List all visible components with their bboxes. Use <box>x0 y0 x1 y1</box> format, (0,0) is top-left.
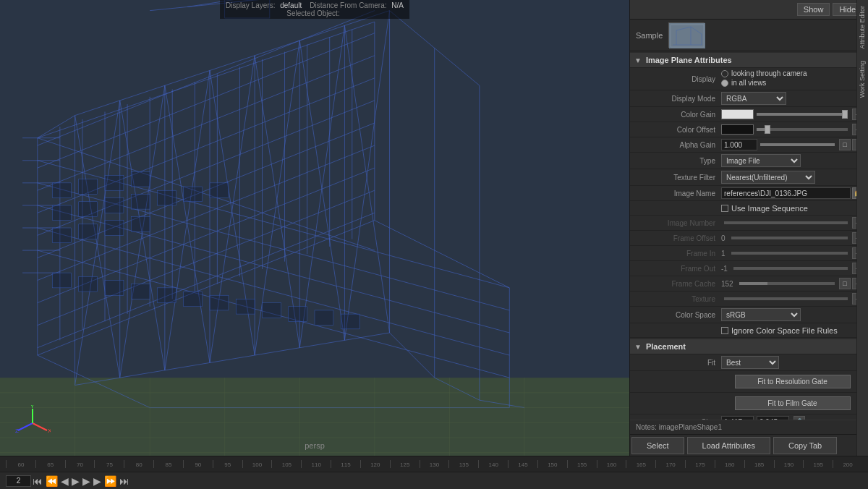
display-attr-row: Display looking through camera in all vi… <box>630 68 868 90</box>
svg-rect-91 <box>105 221 124 236</box>
use-image-seq-checkbox[interactable] <box>721 205 728 212</box>
mark-135: 135 <box>448 460 478 468</box>
image-number-slider[interactable] <box>724 221 848 224</box>
texture-filter-select[interactable]: Nearest(Unfiltered) <box>721 171 815 184</box>
sample-label: Sample <box>636 31 663 40</box>
frame-in-row: Frame In 1 ◁ <box>630 246 868 261</box>
next-frame-button[interactable]: ▶ <box>92 475 103 487</box>
frame-input[interactable] <box>6 475 31 487</box>
fit-select[interactable]: Best <box>721 356 779 369</box>
frame-cache-btn1[interactable]: □ <box>839 278 851 289</box>
image-name-input[interactable] <box>721 187 851 199</box>
frame-in-slider[interactable] <box>731 252 848 255</box>
to-start-button[interactable]: ⏮ <box>31 475 44 487</box>
image-plane-section-header[interactable]: ▼ Image Plane Attributes <box>630 53 868 68</box>
fit-resolution-row: Fit to Resolution Gate <box>630 371 868 393</box>
play-back-button[interactable]: ▶ <box>70 475 81 487</box>
mark-200: 200 <box>833 460 862 468</box>
notes-val: imagePlaneShape1 <box>659 423 722 431</box>
frame-out-slider[interactable] <box>733 267 848 270</box>
frame-in-label: Frame In <box>634 250 721 258</box>
fit-film-row: Fit to Film Gate <box>630 393 868 414</box>
color-offset-slider[interactable] <box>757 128 848 131</box>
image-name-label: Image Name <box>634 190 721 197</box>
texture-slider[interactable] <box>724 297 848 300</box>
next-key-button[interactable]: ⏩ <box>103 475 118 487</box>
use-image-seq-label: Use Image Sequence <box>731 204 808 213</box>
svg-rect-111 <box>236 299 255 314</box>
alpha-gain-btn1[interactable]: □ <box>839 139 851 150</box>
fit-resolution-button[interactable]: Fit to Resolution Gate <box>735 375 851 388</box>
display-radio-all-views[interactable]: in all views <box>721 79 807 87</box>
image-number-row: Image Number ◁ <box>630 216 868 231</box>
svg-rect-96 <box>131 194 150 209</box>
color-gain-slider[interactable] <box>757 113 848 116</box>
texture-value: ◁ <box>721 293 864 305</box>
texture-filter-value: Nearest(Unfiltered) <box>721 171 864 184</box>
svg-rect-98 <box>184 187 203 202</box>
svg-text:X: X <box>48 428 51 434</box>
color-offset-swatch[interactable] <box>721 124 754 135</box>
to-end-button[interactable]: ⏭ <box>118 475 131 487</box>
play-forward-button[interactable]: ▶ <box>81 475 92 487</box>
frame-offset-value: 0 ◁ <box>721 232 864 244</box>
display-radio-through-camera[interactable]: looking through camera <box>721 69 807 77</box>
color-gain-value: ◁ <box>721 109 864 120</box>
panel-scroll[interactable]: ▼ Image Plane Attributes Display looking… <box>630 51 868 420</box>
load-attributes-button[interactable]: Load Attributes <box>687 437 770 454</box>
mark-125: 125 <box>390 460 420 468</box>
svg-rect-97 <box>158 190 176 205</box>
display-mode-select[interactable]: RGBA <box>721 92 786 105</box>
texture-row: Texture ◁ <box>630 292 868 307</box>
use-image-seq-row: Use Image Sequence <box>630 201 868 216</box>
mark-105: 105 <box>271 460 301 468</box>
notes-bar: Notes: imagePlaneShape1 <box>630 420 868 434</box>
display-mode-value: RGBA <box>721 92 864 105</box>
alpha-gain-slider[interactable] <box>760 143 835 146</box>
frame-out-value: -1 ◁ <box>721 263 864 274</box>
section-arrow: ▼ <box>634 56 642 64</box>
work-setting-vtab[interactable]: Work Setting <box>857 55 868 103</box>
attributes-panel: Show Hide Sample <box>629 0 868 456</box>
frame-cache-slider[interactable] <box>739 282 835 285</box>
prev-key-button[interactable]: ⏪ <box>44 475 59 487</box>
mark-130: 130 <box>420 460 449 468</box>
placement-section-header[interactable]: ▼ Placement <box>630 339 868 354</box>
prev-frame-button[interactable]: ◀ <box>59 475 70 487</box>
frame-offset-slider[interactable] <box>731 237 848 239</box>
copy-tab-button[interactable]: Copy Tab <box>773 437 837 454</box>
svg-rect-106 <box>105 281 124 296</box>
svg-line-129 <box>18 423 33 430</box>
svg-text:Z: Z <box>15 428 19 434</box>
fit-row: Fit Best <box>630 354 868 371</box>
ruler-marks: 60 65 70 75 80 85 90 95 100 105 110 115 … <box>6 460 862 468</box>
notes-label: Notes: <box>636 423 657 431</box>
type-select[interactable]: Image File <box>721 154 801 167</box>
show-button[interactable]: Show <box>797 3 830 16</box>
fit-film-button[interactable]: Fit to Film Gate <box>735 396 851 410</box>
hud-info: Display Layers: default Distance From Ca… <box>220 0 409 19</box>
mark-65: 65 <box>35 460 65 468</box>
ignore-cs-label: Ignore Color Space File Rules <box>731 326 838 335</box>
mark-150: 150 <box>537 460 567 468</box>
use-image-seq-value: Use Image Sequence <box>721 204 864 213</box>
frame-in-val: 1 <box>721 250 726 258</box>
mark-180: 180 <box>715 460 744 468</box>
svg-rect-99 <box>210 183 229 198</box>
ignore-cs-checkbox[interactable] <box>721 327 728 334</box>
mark-70: 70 <box>65 460 95 468</box>
color-gain-swatch[interactable] <box>721 109 754 119</box>
svg-rect-108 <box>158 288 176 303</box>
alpha-gain-input[interactable] <box>721 139 757 150</box>
viewport[interactable]: Display Layers: default Distance From Ca… <box>0 0 629 456</box>
mark-195: 195 <box>803 460 833 468</box>
display-layers-val: default <box>280 1 302 9</box>
svg-line-128 <box>33 423 47 430</box>
display-radio-group: looking through camera in all views <box>721 69 807 88</box>
timeline-ruler: 60 65 70 75 80 85 90 95 100 105 110 115 … <box>0 456 868 472</box>
select-button[interactable]: Select <box>631 437 684 454</box>
color-space-select[interactable]: sRGB <box>721 308 801 321</box>
attr-editor-vtab[interactable]: Attribute Editor <box>857 0 868 55</box>
svg-rect-104 <box>53 273 72 288</box>
alpha-gain-value: □ ▪ <box>721 139 864 150</box>
